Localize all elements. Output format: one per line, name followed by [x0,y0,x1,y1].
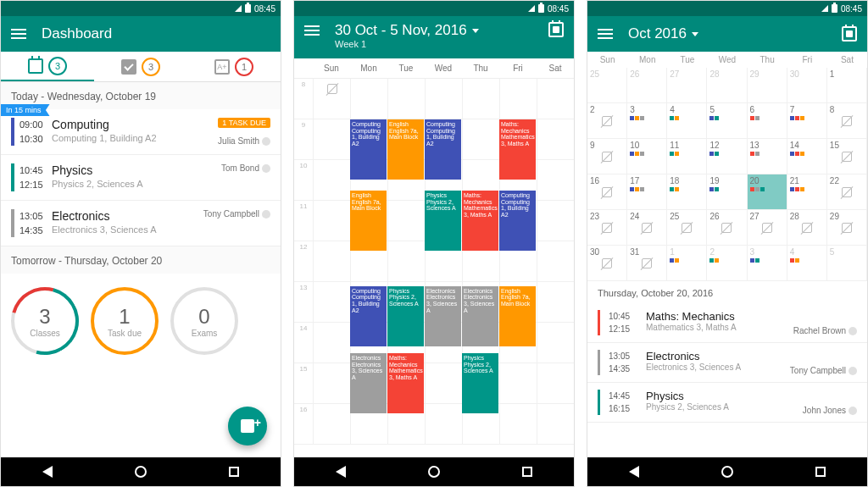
month-cell[interactable]: 1 [667,246,707,280]
event-dot [630,152,634,156]
back-icon[interactable] [336,466,346,478]
week-scroll[interactable]: SunMonTueWedThuFriSat 8910111213141516Co… [294,58,574,457]
class-row[interactable]: 13:0514:35 Electronics Electronics 3, Sc… [1,201,281,246]
month-cell[interactable]: 13 [748,139,787,174]
month-cell[interactable]: 8 [827,103,867,138]
month-cell[interactable]: 16 [587,174,627,209]
week-grid[interactable]: 8910111213141516Computing Computing 1, B… [294,79,574,445]
month-cell[interactable]: 25 [667,210,707,245]
month-cell[interactable]: 7 [787,103,827,138]
month-cell[interactable]: 26 [627,68,667,102]
day-event-row[interactable]: 14:4516:15 Physics Physics 2, Sciences A… [587,383,867,423]
signal-icon [528,5,535,12]
month-cell[interactable]: 29 [748,68,787,102]
today-icon[interactable] [842,26,857,42]
month-cell[interactable]: 4 [667,103,707,138]
month-cell[interactable]: 5 [827,246,867,280]
month-cell[interactable]: 27 [667,68,707,102]
back-icon[interactable] [629,466,639,478]
summary-ring-classes[interactable]: 3Classes [11,287,79,355]
month-cell[interactable]: 28 [707,68,747,102]
home-icon[interactable] [135,466,147,478]
week-event[interactable]: Computing Computing 1, Building A2 [350,119,387,180]
week-event[interactable]: English English 7a, Main Block [350,191,387,251]
teacher-name: Tony Campbell [790,366,857,375]
week-event[interactable]: Maths: Mechanics Mathematics 3, Maths A [387,353,424,413]
month-cell[interactable]: 1 [827,68,867,102]
week-event[interactable]: Electronics Electronics 3, Sciences A [462,286,498,346]
month-cell[interactable]: 19 [707,174,747,209]
month-cell[interactable]: 30 [587,246,627,280]
week-event[interactable]: English English 7a, Main Block [499,286,536,346]
week-event[interactable]: Physics Physics 2, Sciences A [462,353,498,413]
month-cell[interactable]: 25 [587,68,627,102]
home-icon[interactable] [428,466,440,478]
month-cell[interactable]: 5 [707,103,747,138]
class-row[interactable]: 09:0010:30 Computing Computing 1, Buildi… [1,109,281,155]
month-cell[interactable]: 3 [748,246,787,280]
fab-add[interactable] [228,407,267,445]
event-dot [715,187,719,191]
week-range[interactable]: 30 Oct - 5 Nov, 2016 [335,22,479,39]
month-cell[interactable]: 30 [787,68,827,102]
month-cell[interactable]: 23 [587,210,627,245]
month-cell[interactable]: 22 [827,174,867,209]
month-cell[interactable]: 14 [787,139,827,174]
month-title[interactable]: Oct 2016 [628,25,698,42]
tab-check[interactable]: 3 [94,52,187,81]
month-cell[interactable]: 15 [827,139,867,174]
class-row[interactable]: 10:4512:15 Physics Physics 2, Sciences A… [1,155,281,201]
month-cell[interactable]: 9 [587,139,627,174]
month-cell[interactable]: 26 [707,210,747,245]
recents-icon[interactable] [815,467,826,477]
recents-icon[interactable] [229,467,239,477]
week-event[interactable]: Computing Computing 1, Building A2 [499,191,536,251]
menu-icon[interactable] [304,25,320,36]
month-cell[interactable]: 17 [627,174,667,209]
day-event-row[interactable]: 10:4512:15 Maths: Mechanics Mathematics … [587,303,867,343]
week-event[interactable]: Physics Physics 2, Sciences A [425,191,461,251]
month-cell[interactable]: 20 [748,174,787,209]
month-cell[interactable]: 28 [787,210,827,245]
week-event[interactable]: Electronics Electronics 3, Sciences A [350,353,387,413]
tab-calendar[interactable]: 3 [1,52,94,81]
week-event[interactable]: Computing Computing 1, Building A2 [425,119,461,180]
month-cell[interactable]: 27 [748,210,787,245]
month-cell[interactable]: 18 [667,174,707,209]
recents-icon[interactable] [522,467,532,477]
week-event[interactable]: Maths: Mechanics Mathematics 3, Maths A [499,119,536,180]
month-cell[interactable]: 31 [627,246,667,280]
week-event[interactable]: Physics Physics 2, Sciences A [387,286,424,346]
month-cell[interactable]: 29 [827,210,867,245]
month-cell[interactable]: 24 [627,210,667,245]
day-label: Fri [787,52,827,68]
teacher-name: Rachel Brown [793,326,857,335]
today-icon[interactable] [548,22,564,37]
week-event[interactable]: Computing Computing 1, Building A2 [350,286,387,346]
month-cell[interactable]: 2 [587,103,627,138]
day-event-row[interactable]: 13:0514:35 Electronics Electronics 3, Sc… [587,343,867,383]
month-scroll[interactable]: SunMonTueWedThuFriSat 252627282930123456… [587,52,867,457]
summary-rings: 3Classes1Task due0Exams [1,274,281,368]
back-icon[interactable] [42,466,53,478]
month-cell[interactable]: 2 [707,246,747,280]
month-grid[interactable]: 2526272829301234567891011121314151617181… [587,68,867,281]
event-dot [635,152,639,156]
month-cell[interactable]: 6 [748,103,787,138]
tab-exam[interactable]: A+1 [187,52,281,81]
week-event[interactable]: Maths: Mechanics Mathematics 3, Maths A [462,191,498,251]
home-icon[interactable] [721,466,733,478]
month-cell[interactable]: 3 [627,103,667,138]
week-event[interactable]: English English 7a, Main Block [387,119,424,180]
summary-ring-exams[interactable]: 0Exams [170,287,238,355]
no-class-icon [800,221,814,235]
month-cell[interactable]: 4 [787,246,827,280]
month-cell[interactable]: 10 [627,139,667,174]
month-cell[interactable]: 12 [707,139,747,174]
menu-icon[interactable] [11,29,26,39]
summary-ring-task due[interactable]: 1Task due [91,287,159,355]
month-cell[interactable]: 21 [787,174,827,209]
menu-icon[interactable] [598,29,613,39]
month-cell[interactable]: 11 [667,139,707,174]
week-event[interactable]: Electronics Electronics 3, Sciences A [425,286,461,346]
